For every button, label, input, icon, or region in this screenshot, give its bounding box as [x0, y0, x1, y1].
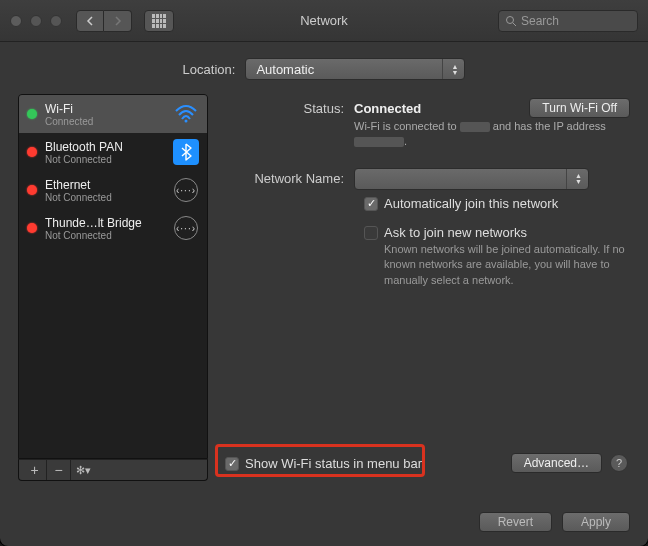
status-row: Status: Connected Turn Wi-Fi Off Wi-Fi i… — [234, 98, 630, 150]
select-arrows-icon: ▲▼ — [566, 169, 582, 189]
titlebar: Network Search — [0, 0, 648, 42]
show-all-button[interactable] — [144, 10, 174, 32]
wifi-icon — [173, 101, 199, 127]
grid-icon — [152, 14, 166, 28]
sidebar-action-menu[interactable]: ✻▾ — [71, 460, 95, 480]
auto-join-label: Automatically join this network — [384, 196, 558, 211]
help-button[interactable]: ? — [610, 454, 628, 472]
traffic-lights — [10, 15, 62, 27]
thunderbolt-bridge-icon: ‹···› — [173, 215, 199, 241]
svg-point-2 — [185, 120, 188, 123]
search-field[interactable]: Search — [498, 10, 638, 32]
sidebar-item-text: Thunde…lt Bridge Not Connected — [45, 216, 165, 241]
status-description: Wi-Fi is connected to and has the IP add… — [354, 119, 614, 150]
ask-join-row: Ask to join new networks — [364, 225, 630, 240]
status-dot-red — [27, 147, 37, 157]
redacted-ip — [354, 137, 404, 147]
zoom-button[interactable] — [50, 15, 62, 27]
sidebar-item-text: Wi-Fi Connected — [45, 102, 165, 127]
network-name-select[interactable]: ▲▼ — [354, 168, 589, 190]
sidebar-toolbar: + − ✻▾ — [18, 459, 208, 481]
show-wifi-status-checkbox[interactable] — [225, 457, 239, 471]
advanced-button[interactable]: Advanced… — [511, 453, 602, 473]
nav-buttons — [76, 10, 132, 32]
bottom-row: Show Wi-Fi status in menu bar Advanced… … — [225, 453, 628, 473]
ask-join-label: Ask to join new networks — [384, 225, 527, 240]
location-select[interactable]: Automatic ▲▼ — [245, 58, 465, 80]
svg-line-1 — [513, 23, 516, 26]
status-dot-red — [27, 185, 37, 195]
svg-point-0 — [507, 16, 514, 23]
advanced-group: Advanced… ? — [511, 453, 628, 473]
sidebar-item-ethernet[interactable]: Ethernet Not Connected ‹···› — [19, 171, 207, 209]
sidebar-item-status: Connected — [45, 116, 165, 127]
sidebar-item-wifi[interactable]: Wi-Fi Connected — [19, 95, 207, 133]
network-name-value-wrap: ▲▼ — [354, 168, 630, 190]
location-label: Location: — [183, 62, 236, 77]
remove-interface-button[interactable]: − — [47, 460, 71, 480]
search-placeholder: Search — [521, 14, 559, 28]
revert-button[interactable]: Revert — [479, 512, 552, 532]
sidebar-item-name: Bluetooth PAN — [45, 140, 165, 154]
status-dot-green — [27, 109, 37, 119]
chevron-left-icon — [86, 16, 94, 26]
search-icon — [505, 15, 517, 27]
sidebar-item-text: Ethernet Not Connected — [45, 178, 165, 203]
add-interface-button[interactable]: + — [23, 460, 47, 480]
network-name-label: Network Name: — [234, 168, 354, 190]
sidebar-item-bluetooth-pan[interactable]: Bluetooth PAN Not Connected — [19, 133, 207, 171]
interface-sidebar[interactable]: Wi-Fi Connected Bluetooth PAN Not Connec… — [18, 94, 208, 459]
sidebar-item-status: Not Connected — [45, 154, 165, 165]
sidebar-item-status: Not Connected — [45, 192, 165, 203]
network-name-row: Network Name: ▲▼ — [234, 168, 630, 190]
status-dot-red — [27, 223, 37, 233]
auto-join-row: Automatically join this network — [364, 196, 630, 211]
show-wifi-status-label: Show Wi-Fi status in menu bar — [245, 456, 422, 471]
location-value: Automatic — [256, 62, 314, 77]
bluetooth-icon — [173, 139, 199, 165]
ask-join-description: Known networks will be joined automatica… — [384, 242, 630, 288]
turn-wifi-off-button[interactable]: Turn Wi-Fi Off — [529, 98, 630, 118]
detail-pane: Status: Connected Turn Wi-Fi Off Wi-Fi i… — [224, 94, 630, 481]
sidebar-item-name: Ethernet — [45, 178, 165, 192]
location-row: Location: Automatic ▲▼ — [0, 42, 648, 94]
ethernet-icon: ‹···› — [173, 177, 199, 203]
sidebar-item-status: Not Connected — [45, 230, 165, 241]
sidebar-item-thunderbolt-bridge[interactable]: Thunde…lt Bridge Not Connected ‹···› — [19, 209, 207, 247]
apply-button[interactable]: Apply — [562, 512, 630, 532]
close-button[interactable] — [10, 15, 22, 27]
forward-button[interactable] — [104, 10, 132, 32]
status-value: Connected — [354, 98, 421, 116]
sidebar-item-text: Bluetooth PAN Not Connected — [45, 140, 165, 165]
ask-join-desc-row: Known networks will be joined automatica… — [384, 242, 630, 288]
auto-join-checkbox[interactable] — [364, 197, 378, 211]
redacted-ssid — [460, 122, 490, 132]
minimize-button[interactable] — [30, 15, 42, 27]
footer: Revert Apply — [479, 512, 630, 532]
sidebar-item-name: Wi-Fi — [45, 102, 165, 116]
status-label: Status: — [234, 98, 354, 150]
sidebar-wrap: Wi-Fi Connected Bluetooth PAN Not Connec… — [18, 94, 208, 481]
main-area: Wi-Fi Connected Bluetooth PAN Not Connec… — [0, 94, 648, 481]
chevron-right-icon — [114, 16, 122, 26]
sidebar-item-name: Thunde…lt Bridge — [45, 216, 165, 230]
network-preferences-window: Network Search Location: Automatic ▲▼ Wi… — [0, 0, 648, 546]
ask-join-checkbox[interactable] — [364, 226, 378, 240]
status-value-wrap: Connected Turn Wi-Fi Off Wi-Fi is connec… — [354, 98, 630, 150]
select-arrows-icon: ▲▼ — [442, 59, 458, 79]
back-button[interactable] — [76, 10, 104, 32]
